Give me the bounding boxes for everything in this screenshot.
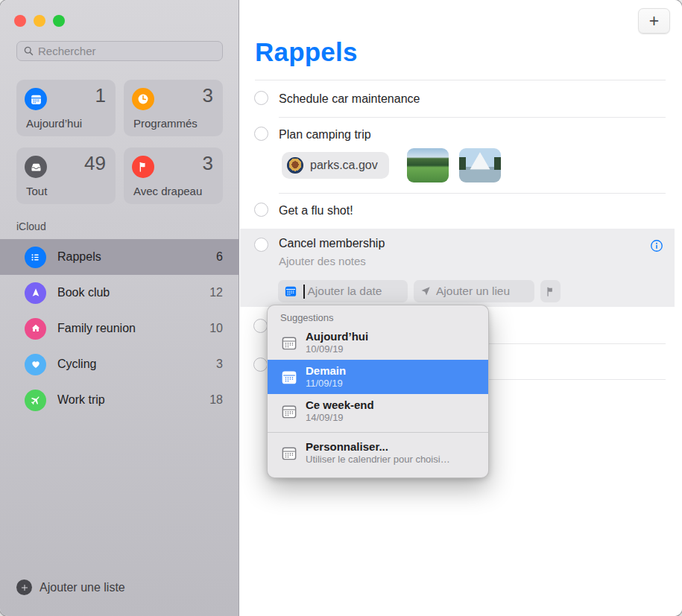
- add-date-label: Ajouter la date: [308, 285, 382, 298]
- smart-list-today[interactable]: 1 Aujourd’hui: [16, 80, 116, 136]
- all-label: Tout: [26, 185, 47, 197]
- suggestion-weekend[interactable]: Ce week-end 14/09/19: [268, 394, 488, 428]
- sidebar-item-family-reunion[interactable]: Family reunion 10: [0, 311, 239, 346]
- reminder-checkbox[interactable]: [254, 203, 268, 217]
- photo-thumbnail-mountain[interactable]: [459, 148, 501, 182]
- flagged-label: Avec drapeau: [133, 185, 202, 197]
- smart-list-flagged[interactable]: 3 Avec drapeau: [124, 147, 223, 204]
- sidebar-item-cycling[interactable]: Cycling 3: [0, 346, 239, 382]
- reminder-title[interactable]: Plan camping trip: [279, 127, 371, 142]
- sidebar-item-rappels[interactable]: Rappels 6: [0, 239, 239, 275]
- today-count: 1: [95, 84, 106, 107]
- tray-icon: [25, 156, 47, 178]
- row-separator: [279, 193, 666, 194]
- flag-icon: [545, 286, 556, 297]
- flag-button[interactable]: [540, 280, 561, 302]
- selected-reminder-row[interactable]: Cancel membership Ajouter des notes Ajou…: [240, 229, 675, 307]
- list-count: 10: [209, 322, 223, 335]
- suggestion-title: Personnaliser...: [306, 440, 450, 454]
- calendar-icon: [280, 334, 298, 352]
- link-attachment-chip[interactable]: parks.ca.gov: [282, 152, 389, 179]
- search-input[interactable]: [38, 45, 216, 57]
- list-count: 18: [209, 393, 223, 407]
- suggestions-header: Suggestions: [280, 312, 488, 323]
- location-arrow-icon: [25, 282, 46, 304]
- reminder-title[interactable]: Get a flu shot!: [279, 203, 353, 217]
- flagged-count: 3: [203, 152, 213, 175]
- sidebar-item-book-club[interactable]: Book club 12: [0, 275, 239, 311]
- minimize-window-button[interactable]: [34, 15, 45, 27]
- smart-list-scheduled[interactable]: 3 Programmés: [124, 80, 223, 136]
- add-list-button[interactable]: Ajouter une liste: [16, 580, 125, 595]
- suggestion-title: Aujourd’hui: [306, 330, 368, 343]
- popover-separator: [268, 432, 488, 433]
- add-date-field[interactable]: Ajouter la date: [278, 280, 408, 302]
- list-count: 6: [216, 250, 223, 264]
- add-reminder-button[interactable]: +: [638, 8, 670, 34]
- scheduled-count: 3: [203, 84, 213, 107]
- fullscreen-window-button[interactable]: [53, 15, 65, 27]
- suggestion-tomorrow[interactable]: Demain 11/09/19: [268, 360, 488, 394]
- suggestion-title: Ce week-end: [306, 399, 374, 412]
- suggestion-today[interactable]: Aujourd’hui 10/09/19: [268, 326, 488, 360]
- reminder-title[interactable]: Schedule car maintenance: [279, 92, 420, 106]
- search-icon: [23, 45, 34, 57]
- today-label: Aujourd’hui: [26, 117, 82, 130]
- flag-icon: [132, 156, 154, 178]
- close-window-button[interactable]: [14, 15, 26, 27]
- reminder-title[interactable]: Cancel membership: [279, 237, 385, 250]
- scheduled-label: Programmés: [133, 117, 198, 130]
- sidebar: 1 Aujourd’hui 3 Programmés 49 Tout: [0, 0, 239, 616]
- calendar-icon: [280, 445, 298, 462]
- row-separator: [279, 117, 666, 118]
- add-location-label: Ajouter un lieu: [436, 285, 510, 298]
- list-count: 12: [209, 286, 223, 299]
- search-field[interactable]: [16, 41, 223, 61]
- suggestion-subtitle: Utiliser le calendrier pour choisi…: [306, 454, 450, 466]
- calendar-icon: [284, 285, 297, 298]
- photo-thumbnail-meadow[interactable]: [407, 148, 449, 182]
- location-arrow-icon: [420, 285, 432, 297]
- calendar-icon: [280, 403, 298, 420]
- date-suggestions-popover: Suggestions Aujourd’hui 10/09/19 Dem: [267, 305, 489, 478]
- reminder-checkbox[interactable]: [254, 238, 268, 252]
- list-bullets-icon: [25, 247, 46, 268]
- row-separator: [255, 80, 666, 80]
- smart-list-all[interactable]: 49 Tout: [16, 147, 116, 204]
- list-name: Work trip: [57, 393, 105, 407]
- suggestion-title: Demain: [306, 364, 346, 378]
- list-name: Rappels: [57, 250, 101, 264]
- main-content: + Rappels Schedule car maintenance Plan …: [240, 0, 682, 616]
- reminder-checkbox[interactable]: [253, 358, 268, 372]
- sidebar-item-work-trip[interactable]: Work trip 18: [0, 382, 239, 418]
- info-button[interactable]: [649, 238, 664, 253]
- calendar-icon: [280, 369, 298, 386]
- airplane-icon: [25, 390, 46, 411]
- add-list-label: Ajouter une liste: [40, 581, 125, 594]
- all-count: 49: [84, 152, 106, 175]
- suggestion-custom[interactable]: Personnaliser... Utiliser le calendrier …: [268, 436, 488, 470]
- reminder-checkbox[interactable]: [253, 319, 268, 333]
- heart-icon: [25, 354, 46, 375]
- icloud-section-header: iCloud: [16, 220, 46, 232]
- suggestion-date: 11/09/19: [306, 378, 346, 390]
- reminder-checkbox[interactable]: [254, 91, 268, 105]
- plus-circle-icon: [16, 580, 32, 595]
- home-icon: [25, 318, 46, 340]
- link-url: parks.ca.gov: [310, 159, 378, 172]
- list-name: Cycling: [57, 358, 96, 371]
- calendar-icon: [25, 88, 47, 110]
- clock-icon: [132, 88, 154, 110]
- notes-placeholder[interactable]: Ajouter des notes: [279, 255, 366, 267]
- page-title: Rappels: [255, 37, 358, 67]
- reminders-window: 1 Aujourd’hui 3 Programmés 49 Tout: [0, 0, 682, 616]
- suggestion-date: 14/09/19: [306, 412, 374, 424]
- text-cursor: [303, 285, 305, 299]
- suggestion-date: 10/09/19: [306, 343, 368, 355]
- list-count: 3: [216, 358, 223, 371]
- reminder-checkbox[interactable]: [254, 127, 268, 141]
- list-name: Family reunion: [57, 322, 136, 335]
- add-location-button[interactable]: Ajouter un lieu: [414, 280, 534, 302]
- website-favicon-icon: [287, 157, 303, 174]
- list-name: Book club: [57, 286, 110, 299]
